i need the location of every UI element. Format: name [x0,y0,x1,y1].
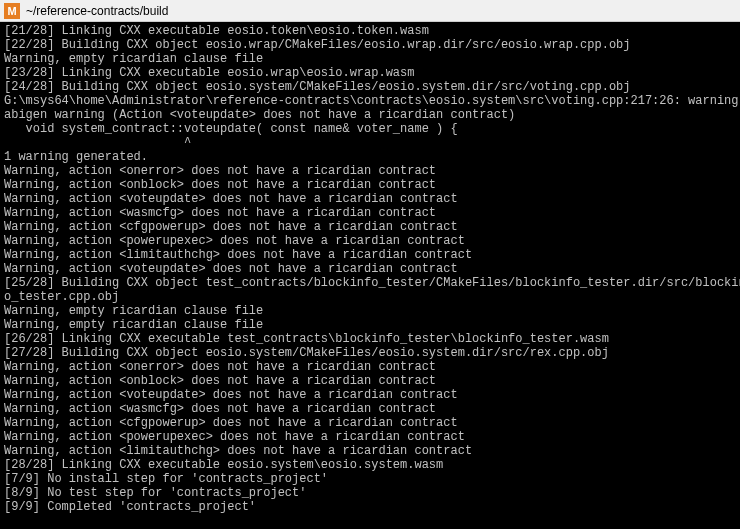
terminal-line: Warning, empty ricardian clause file [4,318,736,332]
terminal-line: [7/9] No install step for 'contracts_pro… [4,472,736,486]
terminal-line: Warning, action <onblock> does not have … [4,374,736,388]
terminal-line: [25/28] Building CXX object test_contrac… [4,276,736,290]
terminal-output[interactable]: [21/28] Linking CXX executable eosio.tok… [0,22,740,516]
terminal-line: Warning, action <voteupdate> does not ha… [4,192,736,206]
terminal-line: [23/28] Linking CXX executable eosio.wra… [4,66,736,80]
terminal-line: [22/28] Building CXX object eosio.wrap/C… [4,38,736,52]
terminal-line: Warning, action <voteupdate> does not ha… [4,262,736,276]
terminal-line: Warning, action <onerror> does not have … [4,164,736,178]
terminal-line: [8/9] No test step for 'contracts_projec… [4,486,736,500]
terminal-line: o_tester.cpp.obj [4,290,736,304]
terminal-line: Warning, action <powerupexec> does not h… [4,430,736,444]
terminal-line: Warning, action <wasmcfg> does not have … [4,206,736,220]
terminal-line: Warning, action <onerror> does not have … [4,360,736,374]
terminal-line: [24/28] Building CXX object eosio.system… [4,80,736,94]
terminal-line: [26/28] Linking CXX executable test_cont… [4,332,736,346]
terminal-line: [28/28] Linking CXX executable eosio.sys… [4,458,736,472]
terminal-line: Warning, action <cfgpowerup> does not ha… [4,416,736,430]
terminal-line: [21/28] Linking CXX executable eosio.tok… [4,24,736,38]
terminal-line: G:\msys64\home\Administrator\reference-c… [4,94,736,108]
window-title: ~/reference-contracts/build [26,4,168,18]
terminal-line: Warning, action <wasmcfg> does not have … [4,402,736,416]
terminal-line: Warning, action <limitauthchg> does not … [4,444,736,458]
terminal-line: Warning, empty ricardian clause file [4,52,736,66]
terminal-line: 1 warning generated. [4,150,736,164]
terminal-line: Warning, action <limitauthchg> does not … [4,248,736,262]
terminal-line: Warning, action <voteupdate> does not ha… [4,388,736,402]
terminal-line: [27/28] Building CXX object eosio.system… [4,346,736,360]
terminal-line: [9/9] Completed 'contracts_project' [4,500,736,514]
app-icon: M [4,3,20,19]
terminal-line: Warning, action <cfgpowerup> does not ha… [4,220,736,234]
terminal-line: Warning, action <powerupexec> does not h… [4,234,736,248]
terminal-line: void system_contract::voteupdate( const … [4,122,736,136]
terminal-line: ^ [4,136,736,150]
terminal-line: Warning, action <onblock> does not have … [4,178,736,192]
terminal-line: Warning, empty ricardian clause file [4,304,736,318]
terminal-line: abigen warning (Action <voteupdate> does… [4,108,736,122]
title-bar: M ~/reference-contracts/build [0,0,740,22]
